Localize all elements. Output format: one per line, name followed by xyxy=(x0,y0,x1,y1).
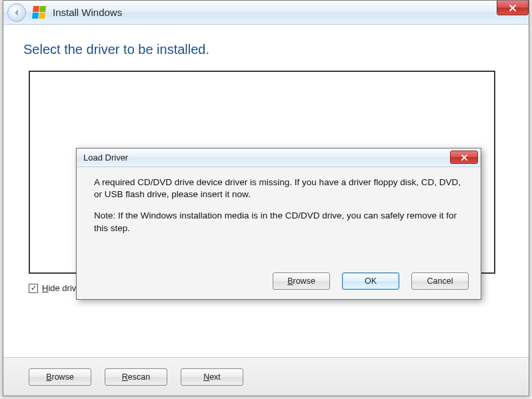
dialog-message-2: Note: If the Windows installation media … xyxy=(94,210,469,234)
dialog-close-button[interactable] xyxy=(450,151,478,164)
dialog-titlebar: Load Driver xyxy=(77,149,481,167)
browse-button[interactable]: Browse xyxy=(29,368,91,386)
dialog-cancel-button[interactable]: Cancel xyxy=(411,272,469,290)
dialog-ok-button[interactable]: OK xyxy=(342,272,399,290)
window-close-button[interactable] xyxy=(497,1,529,15)
hide-drivers-checkbox[interactable]: ✓ xyxy=(29,284,38,293)
dialog-browse-button[interactable]: Browse xyxy=(273,272,330,290)
rescan-button[interactable]: Rescan xyxy=(105,368,167,386)
load-driver-dialog: Load Driver A required CD/DVD drive devi… xyxy=(76,148,481,300)
close-icon xyxy=(461,154,468,161)
window-title: Install Windows xyxy=(53,7,122,18)
dialog-message-1: A required CD/DVD drive device driver is… xyxy=(94,177,469,200)
close-icon xyxy=(509,4,517,12)
next-button[interactable]: Next xyxy=(181,368,243,386)
dialog-button-row: Browse OK Cancel xyxy=(77,267,481,299)
dialog-body: A required CD/DVD drive device driver is… xyxy=(77,167,481,267)
dialog-title: Load Driver xyxy=(83,153,128,163)
bottom-bar: Browse Rescan Next xyxy=(3,357,529,396)
windows-flag-icon xyxy=(32,6,47,19)
back-button[interactable] xyxy=(7,3,26,22)
arrow-left-icon xyxy=(12,8,21,17)
page-heading: Select the driver to be installed. xyxy=(23,42,509,57)
titlebar: Install Windows xyxy=(3,1,529,25)
